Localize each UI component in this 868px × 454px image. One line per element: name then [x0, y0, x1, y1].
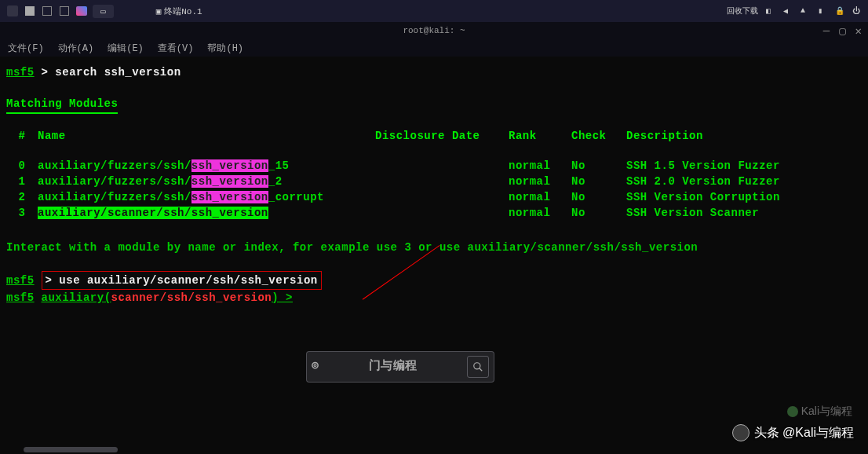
row-description: SSH 2.0 Version Fuzzer	[626, 174, 815, 189]
svg-point-0	[474, 363, 480, 369]
row-index: 1	[6, 174, 38, 189]
system-tray: 回收下载 ◧ ◀ ▲ ▮ 🔒 ⏻	[727, 5, 862, 16]
module-path: auxiliary/fuzzers/ssh/ssh_version_corrup…	[38, 189, 375, 205]
search-button[interactable]	[467, 356, 489, 378]
col-name: Name	[38, 128, 375, 144]
window-title-bar: root@kali: ~ — ▢ ✕	[0, 22, 868, 39]
row-rank: normal	[509, 189, 571, 205]
menu-file[interactable]: 文件(F)	[8, 42, 44, 55]
module-path: auxiliary/scanner/ssh/ssh_version	[38, 205, 375, 221]
svg-line-1	[480, 368, 483, 372]
workspace-app-icon[interactable]	[75, 5, 88, 17]
result-row: 1auxiliary/fuzzers/ssh/ssh_version_2norm…	[6, 174, 862, 189]
row-rank: normal	[509, 158, 571, 174]
aux-module-path: scanner/ssh/ssh_version	[111, 291, 272, 304]
tray-download-label[interactable]: 回收下载	[727, 5, 758, 16]
row-date	[375, 158, 509, 174]
wechat-icon	[787, 406, 798, 417]
taskbar: ▭ ▣ 终端No.1 回收下载 ◧ ◀ ▲ ▮ 🔒 ⏻	[0, 0, 868, 22]
search-overlay[interactable]: ⊚ 门与编程	[306, 351, 494, 383]
results-table: 0auxiliary/fuzzers/ssh/ssh_version_15nor…	[6, 158, 862, 221]
close-button[interactable]: ✕	[855, 24, 862, 38]
prompt-line-3: msf5 auxiliary(scanner/ssh/ssh_version) …	[6, 290, 862, 306]
row-check: No	[571, 158, 626, 174]
prompt-label: msf5	[6, 66, 35, 79]
result-row: 2auxiliary/fuzzers/ssh/ssh_version_corru…	[6, 189, 862, 205]
network-icon[interactable]: ◧	[766, 6, 775, 16]
col-date: Disclosure Date	[375, 128, 509, 144]
menu-help[interactable]: 帮助(H)	[207, 42, 243, 55]
menu-edit[interactable]: 编辑(E)	[108, 42, 144, 55]
row-date	[375, 189, 509, 205]
col-check: Check	[571, 128, 626, 144]
row-rank: normal	[509, 174, 571, 189]
prompt-line-1: msf5 > search ssh_version	[6, 64, 862, 80]
row-description: SSH Version Corruption	[626, 189, 815, 205]
prompt-label-3: msf5	[6, 291, 35, 304]
taskbar-window-item[interactable]: ▣ 终端No.1	[150, 4, 209, 19]
workspace-2-icon[interactable]	[41, 5, 53, 17]
notification-icon[interactable]: ▲	[801, 6, 810, 16]
result-row: 3auxiliary/scanner/ssh/ssh_versionnormal…	[6, 205, 862, 221]
interact-hint: Interact with a module by name or index,…	[6, 240, 862, 255]
matching-header: Matching Modules	[6, 96, 862, 114]
window-controls: — ▢ ✕	[823, 24, 862, 38]
command-text: search ssh_version	[55, 66, 181, 79]
module-path: auxiliary/fuzzers/ssh/ssh_version_2	[38, 174, 375, 189]
battery-icon[interactable]: ▮	[818, 6, 827, 16]
row-check: No	[571, 189, 626, 205]
window-title: root@kali: ~	[403, 26, 465, 35]
workspace-3-icon[interactable]	[58, 5, 71, 17]
col-rank: Rank	[509, 128, 571, 144]
row-rank: normal	[509, 205, 571, 221]
app-launcher-icon[interactable]	[6, 5, 19, 17]
aux-label: auxiliary(	[42, 291, 111, 304]
terminal-small-icon: ▭	[100, 6, 106, 16]
row-index: 2	[6, 189, 38, 205]
menu-bar: 文件(F) 动作(A) 编辑(E) 查看(V) 帮助(H)	[0, 39, 868, 57]
row-description: SSH 1.5 Version Fuzzer	[626, 158, 815, 174]
column-headers: # Name Disclosure Date Rank Check Descri…	[6, 128, 862, 144]
search-logo-icon: ⊚	[312, 359, 319, 375]
row-description: SSH Version Scanner	[626, 205, 815, 221]
volume-icon[interactable]: ◀	[783, 6, 793, 16]
taskbar-window-title: 终端No.1	[164, 5, 202, 17]
row-index: 0	[6, 158, 38, 174]
result-row: 0auxiliary/fuzzers/ssh/ssh_version_15nor…	[6, 158, 862, 174]
lock-icon[interactable]: 🔒	[835, 6, 844, 16]
search-icon	[472, 361, 483, 372]
power-icon[interactable]: ⏻	[852, 6, 862, 16]
annotation-box: > use auxiliary/scanner/ssh/ssh_version	[42, 271, 322, 290]
row-check: No	[571, 205, 626, 221]
horizontal-scrollbar[interactable]	[24, 447, 118, 452]
module-path: auxiliary/fuzzers/ssh/ssh_version_15	[38, 158, 375, 174]
row-check: No	[571, 174, 626, 189]
toutiao-icon	[732, 424, 749, 441]
use-command: use auxiliary/scanner/ssh/ssh_version	[59, 274, 317, 287]
menu-view[interactable]: 查看(V)	[158, 42, 194, 55]
col-desc: Description	[626, 128, 815, 144]
terminal[interactable]: msf5 > search ssh_version Matching Modul…	[0, 57, 868, 454]
terminal-tab-icon: ▣	[156, 6, 162, 16]
row-date	[375, 205, 509, 221]
minimize-button[interactable]: —	[823, 24, 830, 38]
watermark-small: Kali与编程	[787, 405, 852, 419]
row-date	[375, 174, 509, 189]
aux-close: ) >	[272, 291, 293, 304]
watermark-main: 头条 @Kali与编程	[732, 424, 854, 441]
prompt-line-2: msf5 > use auxiliary/scanner/ssh/ssh_ver…	[6, 271, 862, 290]
menu-action[interactable]: 动作(A)	[58, 42, 94, 55]
taskbar-active-window[interactable]: ▭	[93, 5, 114, 18]
search-text: 门与编程	[369, 359, 418, 375]
taskbar-left: ▭ ▣ 终端No.1	[6, 4, 209, 19]
row-index: 3	[6, 205, 38, 221]
col-idx: #	[6, 128, 38, 144]
maximize-button[interactable]: ▢	[839, 24, 845, 38]
workspace-1-icon[interactable]	[24, 5, 36, 17]
prompt-label-2: msf5	[6, 273, 35, 288]
